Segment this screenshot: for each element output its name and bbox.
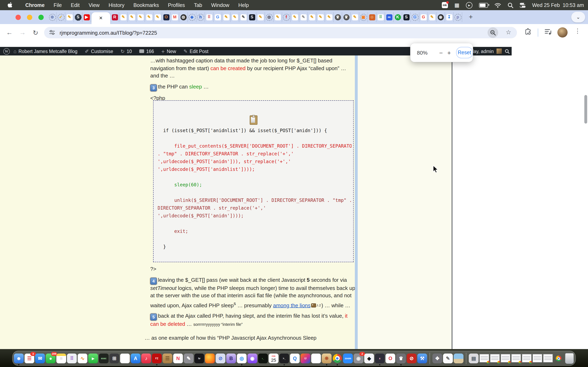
menu-item-history[interactable]: History — [104, 2, 129, 8]
spotlight-search-icon[interactable] — [508, 2, 513, 8]
wp-edit-post-button[interactable]: ✎ Edit Post — [180, 47, 212, 55]
active-tab[interactable]: ✕ — [91, 12, 110, 24]
window-grid-icon[interactable]: ▦ — [454, 2, 459, 8]
dock-item-facetime[interactable]: ▸ — [88, 353, 98, 363]
among-the-lions-link[interactable]: among the lions — [273, 302, 311, 308]
dock-item-blank-document[interactable] — [120, 353, 130, 363]
dock-item-minimized-window[interactable] — [511, 353, 521, 363]
dock-item-contacts[interactable]: ☰ — [163, 353, 172, 363]
dock-item-paint-palette[interactable]: ❋ — [322, 353, 332, 363]
dock-item-notes[interactable]: ≡ — [56, 353, 66, 363]
menu-item-help[interactable]: Help — [234, 2, 253, 8]
pencil-tab[interactable]: ✎ — [316, 12, 325, 22]
stackoverflow-tab[interactable]: ▣ — [359, 12, 368, 22]
dock-item-minimized-window[interactable] — [522, 353, 532, 363]
dock-item-opera[interactable]: O — [385, 353, 395, 363]
menu-item-view[interactable]: View — [84, 2, 104, 8]
dock-item-chrome[interactable] — [332, 353, 342, 363]
abc-tab[interactable]: ∞ — [385, 12, 394, 22]
compass-tab[interactable]: ⊕ — [48, 12, 57, 22]
scrollbar-thumb[interactable] — [584, 95, 587, 124]
menu-item-file[interactable]: File — [49, 2, 66, 8]
dock-item-zoom[interactable]: zoom — [343, 353, 353, 363]
minimize-window-button[interactable] — [27, 15, 32, 20]
zoom-reset-button[interactable]: Reset — [456, 47, 473, 58]
dock-item-safari[interactable]: ◎ — [237, 353, 247, 363]
pencil-tab[interactable]: ✎ — [299, 12, 308, 22]
battery-icon[interactable] — [479, 3, 488, 8]
s-dark-tab[interactable]: S — [74, 12, 82, 22]
dock-item-cat-app[interactable]: ᴥ — [375, 353, 385, 363]
pencil-tab[interactable]: ✎ — [222, 12, 231, 22]
dock-item-calendar[interactable]: FEB25 — [269, 353, 278, 363]
dock-item-finder[interactable]: ☻ — [14, 353, 24, 363]
pencil-tab[interactable]: ✎ — [65, 12, 74, 22]
dock-item-minimized-window[interactable] — [479, 353, 489, 363]
dock-item-intellij[interactable]: IJ — [301, 353, 310, 363]
dock-item-b-crystal[interactable]: B — [226, 353, 236, 363]
dock-item-no-entry-app[interactable]: ⊘ — [407, 353, 416, 363]
close-window-button[interactable] — [16, 15, 21, 20]
f-red-tab[interactable]: f — [282, 12, 291, 22]
dock-item-filezilla[interactable]: FZ — [152, 353, 162, 363]
pencil-tab[interactable]: ✎ — [128, 12, 136, 22]
gorilla-tab[interactable]: ♛ — [342, 12, 351, 22]
s-black-tab[interactable]: S — [402, 12, 411, 22]
pencil-tab[interactable]: ✎ — [154, 12, 162, 22]
dock-item-quicktime[interactable]: Q — [290, 353, 300, 363]
wp-comments-button[interactable]: 166 — [136, 47, 158, 55]
tab-overflow-button[interactable]: ⌄ — [571, 12, 585, 22]
dock-item-gimp[interactable]: ✎ — [184, 353, 194, 363]
s-black-tab[interactable]: S — [248, 12, 256, 22]
google-tab[interactable]: G — [419, 12, 428, 22]
dock-item-messages[interactable]: ●209 — [46, 353, 56, 363]
clipboard-copy-icon[interactable] — [250, 115, 257, 125]
pencil-tab[interactable]: ✎ — [428, 12, 437, 22]
roar-tab[interactable]: R — [111, 12, 119, 22]
dock-item-reminders[interactable]: ☰3 — [25, 353, 34, 363]
apple-menu[interactable] — [7, 2, 13, 8]
playback-icon[interactable]: ▶ — [466, 2, 472, 8]
dock-item-pages-document[interactable] — [311, 353, 321, 363]
admin-search-icon[interactable] — [505, 49, 510, 54]
menu-item-tab[interactable]: Tab — [190, 2, 207, 8]
wifi-icon[interactable] — [494, 3, 501, 8]
zoom-indicator-button[interactable] — [488, 27, 498, 38]
dock-item-minimized-window[interactable] — [543, 353, 553, 363]
wp-site-menu[interactable]: ⌂ Robert James Metcalfe Blog — [10, 47, 81, 55]
dots-tab[interactable]: ⠿ — [376, 12, 385, 22]
dots-tab[interactable]: ⠿ — [205, 12, 214, 22]
book-tab[interactable]: ☺ — [368, 12, 376, 22]
pencil-tab[interactable]: ✎ — [239, 12, 248, 22]
dock-item-shredder[interactable]: ▤ — [469, 353, 479, 363]
globe-dark-tab[interactable]: ◍ — [179, 12, 188, 22]
youtube-tab[interactable]: ▶ — [82, 12, 91, 22]
dock-item-minimized-window[interactable] — [490, 353, 500, 363]
extensions-button[interactable] — [524, 28, 532, 35]
back-button[interactable]: ← — [4, 27, 15, 38]
mackeeper-menu-icon[interactable]: mk — [442, 2, 448, 8]
dock-item-notes-pencil[interactable]: ✎ — [443, 353, 453, 363]
dock-item-iterm[interactable]: ›_ — [258, 353, 268, 363]
dock-item-launchpad[interactable]: ⠿ — [67, 353, 77, 363]
menu-item-chrome[interactable]: Chrome — [21, 2, 49, 8]
dock-item-blocked-app[interactable]: ⊘ — [216, 353, 225, 363]
menu-item-profiles[interactable]: Profiles — [164, 2, 190, 8]
zoom-in-button[interactable]: + — [445, 49, 453, 56]
dock-item-gorilla-app[interactable]: ♛ — [396, 353, 406, 363]
pencil-tab[interactable]: ✎ — [351, 12, 359, 22]
site-info-icon[interactable] — [49, 29, 55, 35]
dock-item-camera-utility[interactable]: ◉2 — [354, 353, 363, 363]
dock-item-terminal-exec[interactable]: exec — [99, 353, 109, 363]
dock-item-podcasts[interactable]: ◉ — [247, 353, 257, 363]
gmail-tab[interactable]: M — [171, 12, 179, 22]
maximize-window-button[interactable] — [38, 15, 44, 20]
pencil-tab[interactable]: ✎ — [274, 12, 282, 22]
dock-item-app-store[interactable]: A — [131, 353, 140, 363]
dock-item-accessibility[interactable]: ✥ — [432, 353, 442, 363]
browser-menu-button[interactable]: ⋮ — [575, 27, 581, 35]
dock-item-xcode[interactable]: ⚒ — [417, 353, 427, 363]
pencil-tab[interactable]: ✎ — [231, 12, 239, 22]
wp-new-button[interactable]: + New — [158, 47, 180, 55]
check-tab[interactable]: ✓ — [57, 12, 65, 22]
